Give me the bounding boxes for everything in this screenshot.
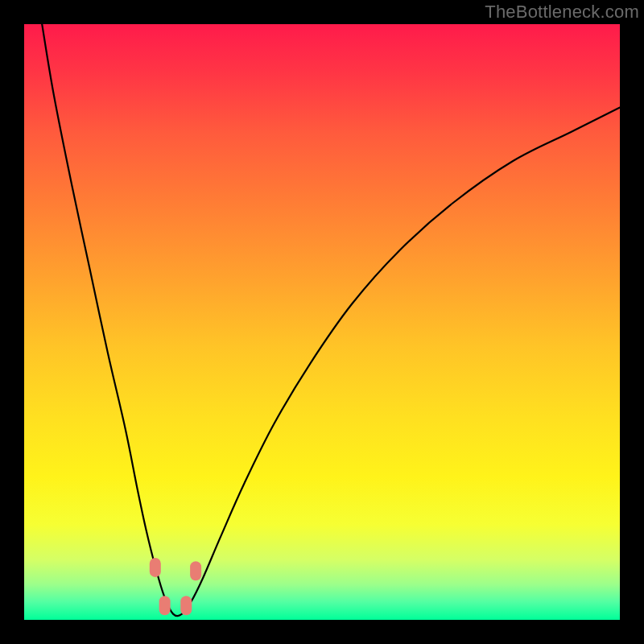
curve-markers [150,558,201,615]
marker-left-upper [150,558,161,577]
chart-stage: TheBottleneck.com [0,0,644,644]
bottleneck-curve-svg [24,24,620,620]
watermark-label: TheBottleneck.com [485,2,639,23]
plot-area [24,24,620,620]
bottleneck-curve-path [42,24,620,616]
marker-right-upper [190,561,201,580]
marker-right-lower [180,596,192,615]
marker-left-lower [159,596,171,615]
